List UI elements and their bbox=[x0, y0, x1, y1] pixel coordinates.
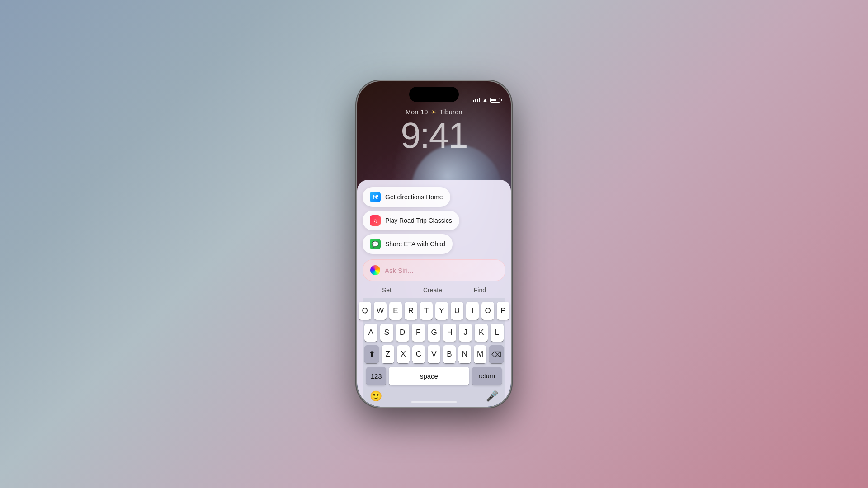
emoji-key[interactable]: 🙂 bbox=[370, 390, 382, 402]
suggestion-music-label: Play Road Trip Classics bbox=[385, 217, 452, 224]
key-l[interactable]: L bbox=[491, 324, 504, 342]
key-v[interactable]: V bbox=[428, 345, 440, 363]
key-n[interactable]: N bbox=[458, 345, 471, 363]
key-t[interactable]: T bbox=[420, 302, 433, 320]
date-line: Mon 10 ☀ Tiburon bbox=[357, 108, 511, 116]
key-row-bottom: 123 space return bbox=[364, 367, 504, 389]
space-key[interactable]: space bbox=[389, 367, 469, 385]
key-f[interactable]: F bbox=[412, 324, 425, 342]
suggestion-pills: 🗺 Get directions Home ♫ Play Road Trip C… bbox=[363, 187, 505, 254]
battery-icon bbox=[490, 98, 500, 103]
key-y[interactable]: Y bbox=[435, 302, 448, 320]
key-row-3: ⬆ Z X C V B N M ⌫ bbox=[364, 345, 504, 363]
quick-action-find[interactable]: Find bbox=[474, 286, 486, 294]
maps-icon: 🗺 bbox=[370, 192, 381, 202]
clock-area: Mon 10 ☀ Tiburon 9:41 bbox=[357, 108, 511, 154]
quick-action-set[interactable]: Set bbox=[382, 286, 392, 294]
key-q[interactable]: Q bbox=[359, 302, 371, 320]
suggestion-directions-label: Get directions Home bbox=[385, 193, 443, 201]
key-x[interactable]: X bbox=[397, 345, 410, 363]
key-d[interactable]: D bbox=[396, 324, 409, 342]
signal-icon bbox=[473, 98, 481, 102]
desktop-background: ▲ Mon 10 ☀ Tiburon 9:41 bbox=[357, 81, 511, 407]
numbers-key[interactable]: 123 bbox=[366, 367, 386, 385]
wifi-icon: ▲ bbox=[482, 97, 488, 103]
signal-bar-3 bbox=[477, 99, 478, 102]
signal-bar-2 bbox=[475, 99, 476, 102]
key-o[interactable]: O bbox=[481, 302, 494, 320]
key-k[interactable]: K bbox=[475, 324, 488, 342]
key-m[interactable]: M bbox=[474, 345, 486, 363]
dynamic-island bbox=[409, 87, 459, 102]
phone-device: ▲ Mon 10 ☀ Tiburon 9:41 bbox=[357, 81, 511, 407]
location-text: Tiburon bbox=[439, 108, 462, 116]
key-z[interactable]: Z bbox=[382, 345, 394, 363]
siri-area: 🗺 Get directions Home ♫ Play Road Trip C… bbox=[357, 180, 511, 407]
key-r[interactable]: R bbox=[405, 302, 417, 320]
messages-icon: 💬 bbox=[370, 239, 381, 249]
time-display: 9:41 bbox=[357, 117, 511, 154]
mic-key[interactable]: 🎤 bbox=[486, 390, 498, 402]
siri-placeholder: Ask Siri... bbox=[385, 267, 498, 274]
weather-icon: ☀ bbox=[431, 108, 437, 116]
suggestion-share-eta-label: Share ETA with Chad bbox=[385, 240, 445, 248]
suggestion-directions[interactable]: 🗺 Get directions Home bbox=[363, 187, 450, 207]
date-text: Mon 10 bbox=[406, 108, 428, 116]
siri-input-row[interactable]: Ask Siri... bbox=[363, 259, 505, 281]
key-e[interactable]: E bbox=[389, 302, 402, 320]
battery-fill bbox=[491, 99, 497, 101]
key-p[interactable]: P bbox=[497, 302, 509, 320]
key-a[interactable]: A bbox=[364, 324, 377, 342]
key-h[interactable]: H bbox=[443, 324, 456, 342]
suggestion-music[interactable]: ♫ Play Road Trip Classics bbox=[363, 211, 459, 230]
key-w[interactable]: W bbox=[374, 302, 387, 320]
quick-actions: Set Create Find bbox=[363, 285, 505, 298]
status-right: ▲ bbox=[473, 97, 500, 103]
key-i[interactable]: I bbox=[466, 302, 479, 320]
signal-bar-1 bbox=[473, 100, 474, 102]
quick-action-create[interactable]: Create bbox=[423, 286, 442, 294]
keyboard: Q W E R T Y U I O P A S bbox=[363, 298, 505, 407]
key-s[interactable]: S bbox=[380, 324, 393, 342]
key-row-2: A S D F G H J K L bbox=[364, 324, 504, 342]
key-c[interactable]: C bbox=[412, 345, 425, 363]
music-icon: ♫ bbox=[370, 215, 381, 226]
key-j[interactable]: J bbox=[459, 324, 472, 342]
key-g[interactable]: G bbox=[428, 324, 441, 342]
return-key[interactable]: return bbox=[472, 367, 502, 385]
key-b[interactable]: B bbox=[443, 345, 456, 363]
shift-key[interactable]: ⬆ bbox=[364, 345, 379, 363]
phone-screen: ▲ Mon 10 ☀ Tiburon 9:41 bbox=[357, 81, 511, 407]
home-indicator[interactable] bbox=[411, 401, 457, 403]
key-row-1: Q W E R T Y U I O P bbox=[364, 302, 504, 320]
delete-key[interactable]: ⌫ bbox=[489, 345, 504, 363]
key-u[interactable]: U bbox=[451, 302, 463, 320]
signal-bar-4 bbox=[479, 98, 480, 102]
suggestion-share-eta[interactable]: 💬 Share ETA with Chad bbox=[363, 234, 453, 254]
siri-orb-icon bbox=[370, 265, 380, 275]
